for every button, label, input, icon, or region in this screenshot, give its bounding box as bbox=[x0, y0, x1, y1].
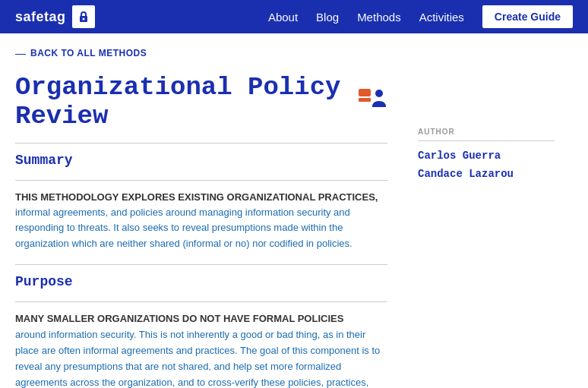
page-title-text: Organizational Policy Review bbox=[15, 73, 351, 131]
tag-icon bbox=[359, 86, 387, 118]
content-area: Organizational Policy Review Summary THI… bbox=[15, 67, 387, 388]
svg-point-1 bbox=[82, 18, 84, 21]
nav-blog[interactable]: Blog bbox=[316, 11, 339, 24]
author-name-2: Candace Lazarou bbox=[418, 166, 555, 184]
purpose-divider bbox=[15, 301, 387, 302]
summary-heading: Summary bbox=[15, 153, 387, 168]
logo-icon bbox=[72, 5, 95, 28]
main-container: Organizational Policy Review Summary THI… bbox=[0, 67, 588, 388]
author-label: AUTHOR bbox=[418, 128, 555, 136]
nav-activities[interactable]: Activities bbox=[419, 11, 464, 24]
purpose-heading: Purpose bbox=[15, 274, 387, 289]
nav-about[interactable]: About bbox=[268, 11, 298, 24]
logo-area: safetag bbox=[15, 5, 95, 28]
sidebar: AUTHOR Carlos Guerra Candace Lazarou bbox=[387, 67, 555, 388]
breadcrumb-link[interactable]: BACK TO ALL METHODS bbox=[30, 48, 147, 58]
svg-rect-2 bbox=[359, 89, 371, 96]
purpose-lead: MANY SMALLER ORGANIZATIONS DO NOT HAVE F… bbox=[15, 311, 387, 326]
create-guide-button[interactable]: Create Guide bbox=[482, 5, 573, 28]
author-name-1: Carlos Guerra bbox=[418, 147, 555, 166]
person-tag-icon bbox=[359, 86, 387, 110]
breadcrumb-arrow: — bbox=[15, 47, 26, 59]
summary-divider bbox=[15, 180, 387, 181]
page-title: Organizational Policy Review bbox=[15, 73, 387, 131]
purpose-body: around information security. This is not… bbox=[15, 327, 387, 388]
svg-rect-3 bbox=[359, 98, 371, 102]
breadcrumb: — BACK TO ALL METHODS bbox=[0, 33, 588, 67]
main-nav: About Blog Methods Activities Create Gui… bbox=[268, 5, 573, 28]
summary-section: Summary THIS METHODOLOGY EXPLORES EXISTI… bbox=[15, 153, 387, 252]
lock-icon bbox=[77, 10, 90, 24]
section-divider-1 bbox=[15, 264, 387, 265]
title-divider bbox=[15, 143, 387, 144]
logo-text: safetag bbox=[15, 9, 66, 25]
summary-body: informal agreements, and policies around… bbox=[15, 205, 387, 252]
nav-methods[interactable]: Methods bbox=[357, 11, 401, 24]
purpose-section: Purpose MANY SMALLER ORGANIZATIONS DO NO… bbox=[15, 274, 387, 388]
svg-point-4 bbox=[375, 90, 383, 97]
header: safetag About Blog Methods Activities Cr… bbox=[0, 0, 588, 33]
author-divider bbox=[418, 140, 555, 141]
summary-lead: THIS METHODOLOGY EXPLORES EXISTING ORGAN… bbox=[15, 190, 387, 205]
